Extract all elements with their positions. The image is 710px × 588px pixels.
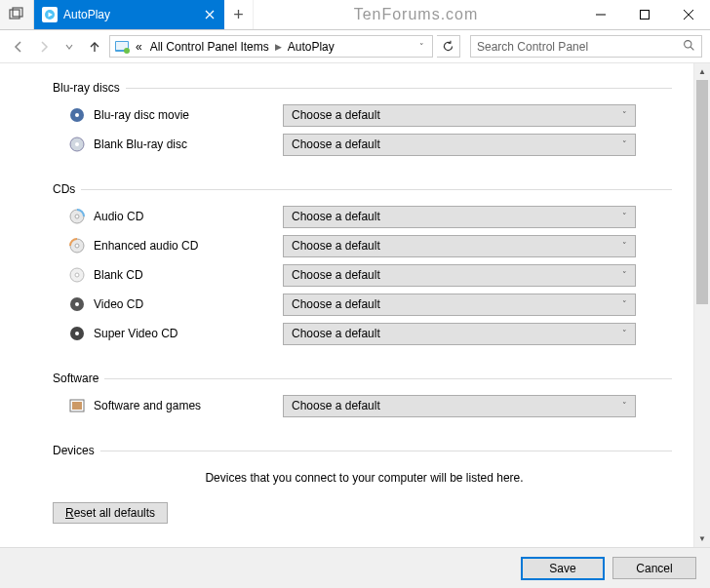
- content-area: Blu-ray discs Blu-ray disc movie Choose …: [0, 63, 710, 547]
- breadcrumb[interactable]: « All Control Panel Items ▶ AutoPlay ˅: [109, 35, 433, 58]
- svg-point-13: [124, 48, 130, 54]
- footer: Save Cancel: [0, 547, 710, 588]
- setting-row: Video CD Choose a default˅: [57, 290, 672, 319]
- svg-rect-0: [10, 10, 20, 19]
- vertical-scrollbar[interactable]: ▲ ▼: [693, 63, 710, 547]
- svg-rect-1: [13, 8, 22, 17]
- action-combobox[interactable]: Choose a default˅: [283, 294, 636, 316]
- minimize-button[interactable]: [578, 0, 622, 29]
- svg-line-15: [690, 47, 693, 50]
- save-button[interactable]: Save: [521, 557, 605, 580]
- cancel-button[interactable]: Cancel: [612, 557, 696, 579]
- software-icon: [68, 397, 86, 414]
- svg-point-25: [75, 273, 79, 277]
- chevron-down-icon: ˅: [622, 110, 627, 120]
- breadcrumb-history-dropdown[interactable]: ˅: [415, 42, 428, 52]
- autoplay-icon: [42, 7, 58, 22]
- reset-defaults-button[interactable]: Reset all defaults: [53, 502, 168, 524]
- setting-label: Software and games: [94, 399, 275, 412]
- audio-cd-icon: [68, 208, 86, 225]
- window-controls: [578, 0, 710, 29]
- setting-label: Blu-ray disc movie: [94, 108, 275, 122]
- scroll-down-icon[interactable]: ▼: [694, 530, 710, 547]
- search-input[interactable]: Search Control Panel: [470, 35, 702, 58]
- chevron-right-icon[interactable]: ▶: [275, 42, 282, 52]
- control-panel-icon: [114, 39, 130, 55]
- setting-row: Blank Blu-ray disc Choose a default˅: [57, 130, 672, 159]
- action-combobox[interactable]: Choose a default˅: [283, 104, 636, 127]
- recent-dropdown[interactable]: [59, 36, 80, 58]
- section-header-devices: Devices: [53, 444, 672, 457]
- new-tab-button[interactable]: +: [224, 0, 254, 29]
- setting-label: Blank CD: [94, 268, 275, 282]
- svg-point-14: [685, 40, 691, 47]
- devices-empty-message: Devices that you connect to your compute…: [57, 457, 672, 502]
- breadcrumb-prefix: «: [134, 40, 144, 54]
- setting-label: Video CD: [94, 297, 275, 311]
- bluray-movie-icon: [68, 106, 86, 124]
- enhanced-cd-icon: [68, 237, 86, 255]
- svg-point-21: [75, 215, 79, 218]
- setting-row: Blu-ray disc movie Choose a default˅: [57, 100, 672, 130]
- svg-point-27: [75, 302, 79, 306]
- setting-label: Enhanced audio CD: [94, 239, 275, 253]
- breadcrumb-item[interactable]: All Control Panel Items: [148, 40, 271, 54]
- svg-point-17: [75, 113, 79, 117]
- address-bar: « All Control Panel Items ▶ AutoPlay ˅ S…: [0, 30, 710, 63]
- section-header-software: Software: [53, 372, 672, 385]
- breadcrumb-item[interactable]: AutoPlay: [286, 40, 336, 54]
- chevron-down-icon: ˅: [622, 299, 627, 309]
- svg-point-19: [75, 142, 79, 146]
- setting-label: Super Video CD: [94, 327, 275, 340]
- chevron-down-icon: ˅: [622, 139, 627, 149]
- setting-row: Audio CD Choose a default˅: [57, 202, 672, 231]
- chevron-down-icon: ˅: [622, 212, 627, 221]
- watermark: TenForums.com: [254, 0, 578, 29]
- back-button[interactable]: [8, 36, 29, 58]
- close-tab-icon[interactable]: [201, 6, 218, 23]
- close-button[interactable]: [666, 0, 710, 29]
- setting-row: Software and games Choose a default˅: [57, 391, 672, 420]
- action-combobox[interactable]: Choose a default˅: [283, 323, 636, 345]
- super-video-cd-icon: [68, 325, 86, 342]
- search-icon: [683, 39, 695, 55]
- chevron-down-icon: ˅: [622, 270, 627, 280]
- tab-title: AutoPlay: [63, 8, 195, 21]
- active-tab[interactable]: AutoPlay: [34, 0, 224, 29]
- section-header-bluray: Blu-ray discs: [53, 81, 672, 95]
- scroll-up-icon[interactable]: ▲: [694, 63, 710, 80]
- chevron-down-icon: ˅: [622, 401, 627, 411]
- blank-bluray-icon: [68, 136, 86, 153]
- titlebar: AutoPlay + TenForums.com: [0, 0, 710, 30]
- forward-button[interactable]: [33, 36, 55, 58]
- chevron-down-icon: ˅: [622, 329, 627, 338]
- setting-row: Blank CD Choose a default˅: [57, 260, 672, 290]
- action-combobox[interactable]: Choose a default˅: [283, 235, 636, 257]
- setting-row: Enhanced audio CD Choose a default˅: [57, 231, 672, 260]
- action-combobox[interactable]: Choose a default˅: [283, 395, 636, 417]
- chevron-down-icon: ˅: [622, 241, 627, 251]
- action-combobox[interactable]: Choose a default˅: [283, 206, 636, 228]
- setting-row: Super Video CD Choose a default˅: [57, 319, 672, 348]
- svg-point-29: [75, 332, 79, 335]
- svg-point-23: [75, 244, 79, 248]
- blank-cd-icon: [68, 266, 86, 284]
- svg-rect-7: [640, 11, 649, 20]
- refresh-button[interactable]: [437, 35, 460, 58]
- video-cd-icon: [68, 295, 86, 313]
- action-combobox[interactable]: Choose a default˅: [283, 134, 636, 156]
- setting-label: Blank Blu-ray disc: [94, 137, 275, 151]
- maximize-button[interactable]: [622, 0, 666, 29]
- action-combobox[interactable]: Choose a default˅: [283, 264, 636, 287]
- svg-rect-31: [72, 402, 82, 410]
- up-button[interactable]: [84, 36, 105, 58]
- tab-switcher-button[interactable]: [0, 0, 34, 29]
- section-header-cds: CDs: [53, 182, 672, 196]
- setting-label: Audio CD: [94, 210, 275, 223]
- search-placeholder: Search Control Panel: [477, 40, 588, 54]
- scrollbar-thumb[interactable]: [696, 80, 708, 304]
